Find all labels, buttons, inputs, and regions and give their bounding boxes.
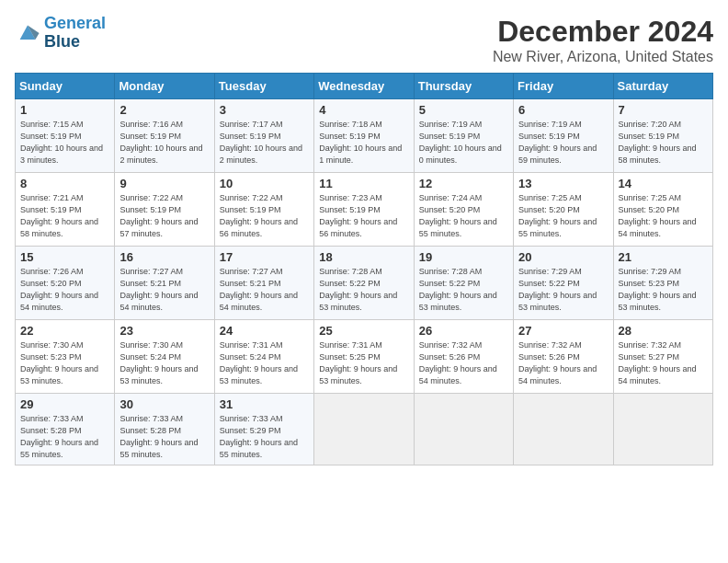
day-info: Sunrise: 7:33 AMSunset: 5:29 PMDaylight:… — [220, 414, 298, 459]
logo-text: General Blue — [44, 15, 106, 52]
calendar-cell — [314, 394, 414, 465]
day-number: 10 — [220, 177, 309, 190]
day-info: Sunrise: 7:30 AMSunset: 5:23 PMDaylight:… — [20, 340, 98, 385]
day-info: Sunrise: 7:19 AMSunset: 5:19 PMDaylight:… — [518, 120, 597, 165]
calendar-cell: 4Sunrise: 7:18 AMSunset: 5:19 PMDaylight… — [314, 99, 414, 173]
calendar-cell: 18Sunrise: 7:28 AMSunset: 5:22 PMDayligh… — [314, 247, 414, 320]
day-number: 26 — [419, 324, 508, 338]
calendar-week-5: 29Sunrise: 7:33 AMSunset: 5:28 PMDayligh… — [16, 394, 713, 465]
logo-icon — [15, 20, 40, 46]
day-number: 20 — [518, 250, 608, 264]
day-number: 12 — [419, 177, 508, 190]
calendar-cell: 24Sunrise: 7:31 AMSunset: 5:24 PMDayligh… — [214, 320, 313, 394]
day-number: 5 — [419, 103, 508, 117]
day-info: Sunrise: 7:29 AMSunset: 5:22 PMDaylight:… — [518, 267, 597, 312]
calendar-cell — [414, 394, 513, 465]
calendar-cell: 16Sunrise: 7:27 AMSunset: 5:21 PMDayligh… — [115, 247, 214, 320]
day-info: Sunrise: 7:32 AMSunset: 5:26 PMDaylight:… — [518, 340, 597, 385]
day-info: Sunrise: 7:20 AMSunset: 5:19 PMDaylight:… — [619, 120, 697, 165]
calendar-week-2: 8Sunrise: 7:21 AMSunset: 5:19 PMDaylight… — [16, 173, 713, 247]
calendar-cell: 6Sunrise: 7:19 AMSunset: 5:19 PMDaylight… — [514, 99, 613, 173]
day-info: Sunrise: 7:21 AMSunset: 5:19 PMDaylight:… — [20, 193, 98, 238]
day-info: Sunrise: 7:33 AMSunset: 5:28 PMDaylight:… — [20, 414, 98, 459]
logo: General Blue — [15, 15, 106, 52]
day-number: 29 — [20, 397, 109, 411]
calendar-cell: 13Sunrise: 7:25 AMSunset: 5:20 PMDayligh… — [514, 173, 613, 247]
day-info: Sunrise: 7:24 AMSunset: 5:20 PMDaylight:… — [419, 193, 497, 238]
day-info: Sunrise: 7:25 AMSunset: 5:20 PMDaylight:… — [619, 193, 697, 238]
calendar-cell: 28Sunrise: 7:32 AMSunset: 5:27 PMDayligh… — [613, 320, 712, 394]
header-thursday: Thursday — [414, 74, 513, 99]
day-number: 6 — [518, 103, 608, 117]
calendar-subtitle: New River, Arizona, United States — [493, 49, 713, 65]
calendar-cell: 9Sunrise: 7:22 AMSunset: 5:19 PMDaylight… — [115, 173, 214, 247]
day-info: Sunrise: 7:30 AMSunset: 5:24 PMDaylight:… — [119, 340, 198, 385]
calendar-cell — [514, 394, 613, 465]
day-number: 19 — [419, 250, 508, 264]
day-info: Sunrise: 7:23 AMSunset: 5:19 PMDaylight:… — [319, 193, 397, 238]
calendar-cell: 22Sunrise: 7:30 AMSunset: 5:23 PMDayligh… — [16, 320, 115, 394]
day-number: 16 — [119, 250, 209, 264]
day-info: Sunrise: 7:27 AMSunset: 5:21 PMDaylight:… — [119, 267, 198, 312]
day-number: 4 — [319, 103, 408, 117]
calendar-cell: 30Sunrise: 7:33 AMSunset: 5:28 PMDayligh… — [115, 394, 214, 465]
day-info: Sunrise: 7:31 AMSunset: 5:25 PMDaylight:… — [319, 340, 397, 385]
calendar-cell — [613, 394, 712, 465]
day-number: 8 — [20, 177, 109, 190]
day-info: Sunrise: 7:16 AMSunset: 5:19 PMDaylight:… — [119, 120, 202, 165]
calendar-cell: 21Sunrise: 7:29 AMSunset: 5:23 PMDayligh… — [613, 247, 712, 320]
day-number: 23 — [119, 324, 209, 338]
day-number: 3 — [220, 103, 309, 117]
day-number: 14 — [619, 177, 708, 190]
day-info: Sunrise: 7:22 AMSunset: 5:19 PMDaylight:… — [220, 193, 298, 238]
day-info: Sunrise: 7:17 AMSunset: 5:19 PMDaylight:… — [220, 120, 302, 165]
day-number: 7 — [619, 103, 708, 117]
day-number: 9 — [119, 177, 209, 190]
calendar-cell: 25Sunrise: 7:31 AMSunset: 5:25 PMDayligh… — [314, 320, 414, 394]
calendar-cell: 12Sunrise: 7:24 AMSunset: 5:20 PMDayligh… — [414, 173, 513, 247]
calendar-week-3: 15Sunrise: 7:26 AMSunset: 5:20 PMDayligh… — [16, 247, 713, 320]
calendar-cell: 19Sunrise: 7:28 AMSunset: 5:22 PMDayligh… — [414, 247, 513, 320]
day-info: Sunrise: 7:19 AMSunset: 5:19 PMDaylight:… — [419, 120, 502, 165]
calendar-cell: 1Sunrise: 7:15 AMSunset: 5:19 PMDaylight… — [16, 99, 115, 173]
header-monday: Monday — [115, 74, 214, 99]
day-number: 18 — [319, 250, 408, 264]
calendar-cell: 11Sunrise: 7:23 AMSunset: 5:19 PMDayligh… — [314, 173, 414, 247]
day-info: Sunrise: 7:27 AMSunset: 5:21 PMDaylight:… — [220, 267, 298, 312]
calendar-cell: 10Sunrise: 7:22 AMSunset: 5:19 PMDayligh… — [214, 173, 313, 247]
day-number: 2 — [119, 103, 209, 117]
calendar-week-4: 22Sunrise: 7:30 AMSunset: 5:23 PMDayligh… — [16, 320, 713, 394]
day-info: Sunrise: 7:33 AMSunset: 5:28 PMDaylight:… — [119, 414, 198, 459]
day-number: 17 — [220, 250, 309, 264]
day-number: 22 — [20, 324, 109, 338]
day-number: 30 — [119, 397, 209, 411]
day-number: 25 — [319, 324, 408, 338]
title-block: December 2024 New River, Arizona, United… — [493, 15, 713, 65]
calendar-cell: 23Sunrise: 7:30 AMSunset: 5:24 PMDayligh… — [115, 320, 214, 394]
calendar-cell: 8Sunrise: 7:21 AMSunset: 5:19 PMDaylight… — [16, 173, 115, 247]
calendar-cell: 2Sunrise: 7:16 AMSunset: 5:19 PMDaylight… — [115, 99, 214, 173]
calendar-header-row: SundayMondayTuesdayWednesdayThursdayFrid… — [16, 74, 713, 99]
day-number: 31 — [220, 397, 309, 411]
day-number: 1 — [20, 103, 109, 117]
day-number: 24 — [220, 324, 309, 338]
day-info: Sunrise: 7:31 AMSunset: 5:24 PMDaylight:… — [220, 340, 298, 385]
day-number: 21 — [619, 250, 708, 264]
header-wednesday: Wednesday — [314, 74, 414, 99]
day-info: Sunrise: 7:28 AMSunset: 5:22 PMDaylight:… — [319, 267, 397, 312]
calendar-cell: 3Sunrise: 7:17 AMSunset: 5:19 PMDaylight… — [214, 99, 313, 173]
day-info: Sunrise: 7:28 AMSunset: 5:22 PMDaylight:… — [419, 267, 497, 312]
calendar-cell: 27Sunrise: 7:32 AMSunset: 5:26 PMDayligh… — [514, 320, 613, 394]
calendar-cell: 14Sunrise: 7:25 AMSunset: 5:20 PMDayligh… — [613, 173, 712, 247]
calendar-cell: 15Sunrise: 7:26 AMSunset: 5:20 PMDayligh… — [16, 247, 115, 320]
calendar-cell: 31Sunrise: 7:33 AMSunset: 5:29 PMDayligh… — [214, 394, 313, 465]
calendar-title: December 2024 — [493, 15, 713, 49]
header-sunday: Sunday — [16, 74, 115, 99]
day-info: Sunrise: 7:26 AMSunset: 5:20 PMDaylight:… — [20, 267, 98, 312]
calendar-cell: 7Sunrise: 7:20 AMSunset: 5:19 PMDaylight… — [613, 99, 712, 173]
calendar-cell: 5Sunrise: 7:19 AMSunset: 5:19 PMDaylight… — [414, 99, 513, 173]
header-friday: Friday — [514, 74, 613, 99]
day-number: 11 — [319, 177, 408, 190]
day-number: 15 — [20, 250, 109, 264]
day-info: Sunrise: 7:22 AMSunset: 5:19 PMDaylight:… — [119, 193, 198, 238]
